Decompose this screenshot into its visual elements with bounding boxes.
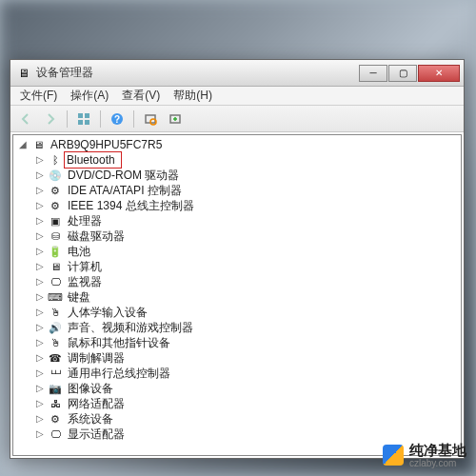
toolbar-separator	[133, 110, 134, 128]
view-all-button[interactable]	[72, 109, 95, 129]
tree-node[interactable]: ▷ᛒBluetooth	[34, 152, 457, 168]
computer-icon: 🖥	[30, 138, 46, 151]
tree-node[interactable]: ▷🖵显示适配器	[34, 426, 457, 442]
keyboard-icon: ⌨	[48, 290, 63, 304]
network-icon: 🖧	[48, 397, 63, 410]
expander-icon[interactable]: ▷	[34, 185, 46, 196]
expander-icon[interactable]: ▷	[34, 276, 46, 288]
node-label[interactable]: 显示适配器	[66, 426, 127, 442]
node-label[interactable]: 键盘	[66, 289, 92, 305]
tree-node[interactable]: ▷🖱鼠标和其他指针设备	[34, 335, 457, 350]
back-button[interactable]	[14, 109, 37, 129]
node-label[interactable]: 网络适配器	[66, 396, 127, 411]
node-label[interactable]: IEEE 1394 总线主控制器	[66, 198, 196, 213]
app-icon: 🖥	[16, 66, 31, 81]
imaging-icon: 📷	[48, 382, 63, 395]
node-label[interactable]: 声音、视频和游戏控制器	[66, 320, 195, 335]
tree-node[interactable]: ▷⌨键盘	[34, 289, 457, 305]
minimize-button[interactable]: ─	[359, 65, 387, 82]
expander-icon[interactable]: ▷	[34, 398, 46, 409]
close-button[interactable]: ✕	[418, 65, 460, 82]
node-label[interactable]: IDE ATA/ATAPI 控制器	[66, 183, 184, 198]
tree-root-node[interactable]: ◢ 🖥 ARB9Q9HPU5FC7R5 ▷ᛒBluetooth▷💿DVD/CD-…	[17, 137, 457, 442]
node-label[interactable]: 人体学输入设备	[66, 305, 149, 320]
window-controls: ─ ▢ ✕	[359, 65, 460, 82]
expander-icon[interactable]: ▷	[34, 307, 46, 318]
window-title: 设备管理器	[36, 65, 359, 81]
expander-icon[interactable]: ▷	[34, 246, 46, 257]
expander-icon[interactable]: ▷	[34, 383, 46, 394]
toolbar-separator	[100, 110, 101, 128]
tree-node[interactable]: ▷⚙IDE ATA/ATAPI 控制器	[34, 183, 457, 198]
disk-icon: ⛁	[48, 229, 63, 243]
expander-icon[interactable]: ▷	[34, 215, 46, 227]
expander-icon[interactable]: ▷	[34, 428, 46, 440]
bluetooth-icon: ᛒ	[48, 153, 63, 167]
menu-view[interactable]: 查看(V)	[116, 86, 166, 106]
controller-icon: ⚙	[48, 184, 63, 197]
tree-node[interactable]: ▷🖥计算机	[34, 259, 457, 274]
hid-icon: 🖱	[48, 306, 63, 319]
tree-node[interactable]: ▷🖱人体学输入设备	[34, 305, 457, 320]
node-label[interactable]: 调制解调器	[66, 350, 127, 366]
expander-icon[interactable]: ▷	[34, 322, 46, 333]
menu-help[interactable]: 帮助(H)	[168, 86, 218, 106]
watermark: 纯净基地 czlaby.com	[383, 443, 466, 469]
device-tree[interactable]: ◢ 🖥 ARB9Q9HPU5FC7R5 ▷ᛒBluetooth▷💿DVD/CD-…	[12, 134, 462, 456]
tree-node[interactable]: ▷⚙系统设备	[34, 411, 457, 426]
refresh-button[interactable]	[164, 109, 187, 129]
node-label[interactable]: 磁盘驱动器	[66, 228, 127, 244]
node-label[interactable]: 图像设备	[66, 381, 115, 396]
tree-node[interactable]: ▷📷图像设备	[34, 381, 457, 396]
tree-node[interactable]: ▷🖧网络适配器	[34, 396, 457, 411]
monitor-icon: 🖵	[48, 275, 63, 288]
expander-icon[interactable]: ▷	[34, 169, 46, 181]
help-button[interactable]: ?	[106, 109, 129, 129]
expander-icon[interactable]: ▷	[34, 337, 46, 348]
tree-node[interactable]: ▷⚙IEEE 1394 总线主控制器	[34, 198, 457, 213]
processor-icon: ▣	[48, 214, 63, 228]
tree-node[interactable]: ▷⛁磁盘驱动器	[34, 228, 457, 244]
expander-icon[interactable]: ▷	[34, 230, 46, 242]
tree-node[interactable]: ▷💿DVD/CD-ROM 驱动器	[34, 168, 457, 183]
node-label[interactable]: 监视器	[66, 274, 104, 289]
tree-node[interactable]: ▷🔋电池	[34, 244, 457, 259]
menu-action[interactable]: 操作(A)	[65, 86, 114, 106]
tree-node[interactable]: ▷🔊声音、视频和游戏控制器	[34, 320, 457, 335]
svg-rect-1	[85, 113, 89, 118]
node-label[interactable]: 处理器	[66, 213, 104, 228]
expander-icon[interactable]: ▷	[34, 352, 46, 364]
node-label[interactable]: DVD/CD-ROM 驱动器	[66, 168, 181, 183]
modem-icon: ☎	[48, 351, 63, 365]
svg-rect-3	[85, 120, 89, 125]
node-label[interactable]: Bluetooth	[64, 151, 122, 169]
svg-rect-2	[78, 120, 83, 125]
maximize-button[interactable]: ▢	[388, 65, 417, 82]
forward-button[interactable]	[39, 109, 62, 129]
node-label[interactable]: 计算机	[66, 259, 104, 274]
expander-icon[interactable]: ▷	[34, 413, 46, 425]
tree-node[interactable]: ▷▣处理器	[34, 213, 457, 228]
root-label[interactable]: ARB9Q9HPU5FC7R5	[49, 137, 164, 152]
node-label[interactable]: 鼠标和其他指针设备	[66, 335, 172, 350]
computer-icon: 🖥	[48, 260, 63, 273]
expander-icon[interactable]: ▷	[34, 291, 46, 303]
tree-node[interactable]: ▷🖵监视器	[34, 274, 457, 289]
expander-icon[interactable]: ▷	[34, 154, 46, 166]
tree-node[interactable]: ▷☎调制解调器	[34, 350, 457, 366]
node-label[interactable]: 系统设备	[66, 411, 115, 426]
tree-node[interactable]: ▷⏙通用串行总线控制器	[34, 366, 457, 381]
expander-icon[interactable]: ▷	[34, 261, 46, 272]
expander-icon[interactable]: ▷	[34, 367, 46, 379]
battery-icon: 🔋	[48, 245, 63, 258]
expander-icon[interactable]: ◢	[17, 139, 29, 150]
usb-icon: ⏙	[48, 367, 63, 380]
expander-icon[interactable]: ▷	[34, 200, 46, 211]
titlebar[interactable]: 🖥 设备管理器 ─ ▢ ✕	[10, 60, 464, 87]
node-label[interactable]: 通用串行总线控制器	[66, 366, 172, 381]
svg-text:?: ?	[114, 114, 120, 125]
watermark-icon	[383, 445, 404, 466]
node-label[interactable]: 电池	[66, 244, 92, 259]
menu-file[interactable]: 文件(F)	[14, 86, 63, 106]
scan-button[interactable]	[139, 109, 162, 129]
